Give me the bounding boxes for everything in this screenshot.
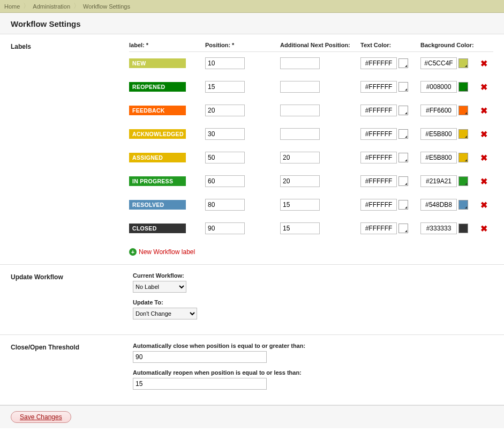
reopen-threshold-label: Automatically reopen when position is eq… — [133, 369, 493, 376]
label-row: ASSIGNED✖ — [129, 152, 493, 163]
text-color-input[interactable] — [360, 175, 397, 187]
text-color-swatch[interactable] — [398, 153, 408, 162]
breadcrumb-administration[interactable]: Administration — [33, 3, 70, 10]
text-color-swatch[interactable] — [398, 58, 408, 68]
status-badge: CLOSED — [129, 224, 186, 233]
bg-color-input[interactable] — [420, 57, 457, 69]
footer: Save Changes — [0, 405, 504, 428]
position-input[interactable] — [205, 152, 245, 163]
delete-icon[interactable]: ✖ — [480, 177, 487, 186]
text-color-input[interactable] — [360, 152, 397, 163]
section-heading-threshold: Close/Open Threshold — [11, 343, 133, 396]
additional-position-input[interactable] — [280, 222, 320, 234]
additional-position-input[interactable] — [280, 57, 320, 69]
additional-position-input[interactable] — [280, 152, 320, 163]
status-badge: RESOLVED — [129, 200, 186, 210]
bg-color-input[interactable] — [420, 105, 457, 116]
bg-color-swatch[interactable] — [458, 200, 468, 210]
section-threshold: Close/Open Threshold Automatically close… — [0, 335, 504, 405]
status-badge: ACKNOWLEDGED — [129, 129, 186, 139]
breadcrumb-current: Workflow Settings — [83, 3, 130, 10]
bg-color-input[interactable] — [420, 128, 457, 140]
delete-icon[interactable]: ✖ — [480, 200, 487, 210]
bg-color-input[interactable] — [420, 81, 457, 93]
bg-color-input[interactable] — [420, 175, 457, 187]
additional-position-input[interactable] — [280, 175, 320, 187]
additional-position-input[interactable] — [280, 199, 320, 211]
status-badge: ASSIGNED — [129, 153, 186, 162]
text-color-input[interactable] — [360, 199, 397, 211]
reopen-threshold-input[interactable] — [133, 378, 267, 390]
text-color-swatch[interactable] — [398, 176, 408, 186]
status-badge: FEEDBACK — [129, 106, 186, 115]
update-to-select[interactable]: Don't Change — [133, 308, 197, 319]
label-row: ACKNOWLEDGED✖ — [129, 128, 493, 140]
close-threshold-label: Automatically close when position is equ… — [133, 343, 493, 349]
text-color-input[interactable] — [360, 128, 397, 140]
text-color-swatch[interactable] — [398, 106, 408, 115]
bg-color-swatch[interactable] — [458, 176, 468, 186]
text-color-swatch[interactable] — [398, 129, 408, 139]
delete-icon[interactable]: ✖ — [480, 83, 487, 92]
delete-icon[interactable]: ✖ — [480, 224, 487, 233]
position-input[interactable] — [205, 128, 245, 140]
close-threshold-input[interactable] — [133, 351, 267, 363]
status-badge: IN PROGRESS — [129, 176, 186, 186]
position-input[interactable] — [205, 175, 245, 187]
chevron-right-icon: 〉 — [73, 2, 80, 11]
position-input[interactable] — [205, 222, 245, 234]
bg-color-swatch[interactable] — [458, 82, 468, 92]
new-label-text: New Workflow label — [139, 248, 195, 256]
label-row: CLOSED✖ — [129, 222, 493, 234]
new-workflow-label-link[interactable]: + New Workflow label — [129, 248, 195, 256]
label-row: NEW✖ — [129, 57, 493, 69]
current-workflow-label: Current Workflow: — [133, 272, 493, 279]
bg-color-input[interactable] — [420, 222, 457, 234]
bg-color-input[interactable] — [420, 199, 457, 211]
breadcrumb: Home 〉 Administration 〉 Workflow Setting… — [0, 0, 504, 13]
header-bg-color: Background Color: — [420, 42, 480, 48]
text-color-swatch[interactable] — [398, 224, 408, 233]
bg-color-swatch[interactable] — [458, 106, 468, 115]
text-color-input[interactable] — [360, 222, 397, 234]
header-text-color: Text Color: — [360, 42, 420, 48]
bg-color-swatch[interactable] — [458, 129, 468, 139]
section-labels: Labels label: * Position: * Additional N… — [0, 34, 504, 265]
position-input[interactable] — [205, 57, 245, 69]
status-badge: REOPENED — [129, 82, 186, 92]
section-heading-labels: Labels — [11, 42, 129, 256]
page-title: Workflow Settings — [0, 13, 504, 34]
breadcrumb-home[interactable]: Home — [4, 3, 20, 10]
chevron-right-icon: 〉 — [23, 2, 29, 11]
header-position: Position: * — [205, 42, 280, 48]
text-color-input[interactable] — [360, 81, 397, 93]
header-add-position: Additional Next Position: — [280, 42, 360, 48]
bg-color-swatch[interactable] — [458, 58, 468, 68]
text-color-swatch[interactable] — [398, 82, 408, 92]
position-input[interactable] — [205, 81, 245, 93]
delete-icon[interactable]: ✖ — [480, 106, 487, 115]
current-workflow-select[interactable]: No Label — [133, 281, 186, 293]
additional-position-input[interactable] — [280, 105, 320, 116]
delete-icon[interactable]: ✖ — [480, 130, 487, 139]
bg-color-swatch[interactable] — [458, 224, 468, 233]
bg-color-input[interactable] — [420, 152, 457, 163]
bg-color-swatch[interactable] — [458, 153, 468, 162]
delete-icon[interactable]: ✖ — [480, 153, 487, 162]
delete-icon[interactable]: ✖ — [480, 59, 487, 68]
update-to-label: Update To: — [133, 299, 493, 306]
text-color-swatch[interactable] — [398, 200, 408, 210]
position-input[interactable] — [205, 105, 245, 116]
label-row: FEEDBACK✖ — [129, 105, 493, 116]
status-badge: NEW — [129, 58, 186, 68]
section-update-workflow: Update Workflow Current Workflow: No Lab… — [0, 265, 504, 335]
plus-icon: + — [129, 248, 137, 256]
additional-position-input[interactable] — [280, 128, 320, 140]
position-input[interactable] — [205, 199, 245, 211]
text-color-input[interactable] — [360, 105, 397, 116]
section-heading-update: Update Workflow — [11, 272, 133, 326]
labels-table-header: label: * Position: * Additional Next Pos… — [129, 42, 493, 52]
text-color-input[interactable] — [360, 57, 397, 69]
save-button[interactable]: Save Changes — [11, 411, 71, 423]
additional-position-input[interactable] — [280, 81, 320, 93]
